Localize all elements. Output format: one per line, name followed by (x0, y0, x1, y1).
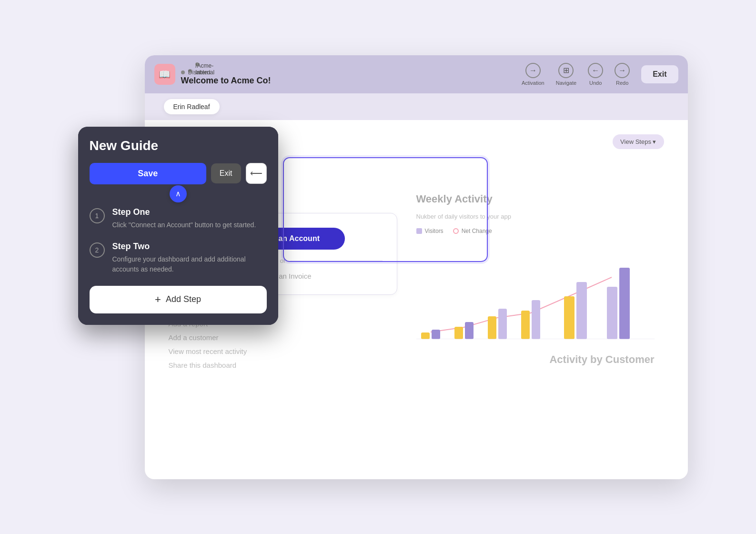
bar (564, 296, 575, 339)
net-change-legend-icon (453, 228, 459, 234)
weekly-activity-title: Weekly Activity (416, 193, 655, 205)
view-steps-button[interactable]: View Steps ▾ (613, 134, 664, 149)
bar (465, 322, 474, 339)
bar (421, 332, 430, 339)
guide-title: New Guide (90, 138, 267, 153)
toolbar-title-group: Disabled /Acme-Internal Welcome to Acme … (181, 62, 516, 86)
guide-panel: New Guide Save Exit ⟵ ∧ 1 Step One Click… (78, 127, 278, 325)
weekly-chart (416, 244, 655, 339)
app-logo: 📖 (154, 64, 175, 85)
guide-save-button[interactable]: Save (90, 163, 206, 184)
bar (576, 282, 587, 339)
step-one-content: Step One Click "Connect an Account" butt… (112, 207, 256, 230)
bar-chart-svg (416, 244, 655, 339)
step-two-content: Step Two Configure your dashboard and ad… (112, 242, 267, 274)
share-dashboard-link[interactable]: Share this dashboard (169, 361, 397, 369)
chart-legend: Visitors Net Change (416, 228, 655, 234)
step-one-number: 1 (90, 208, 105, 223)
toolbar-actions: → Activation ⊞ Navigate ← Undo → Redo Ex… (522, 63, 678, 86)
bar (454, 327, 463, 339)
user-bar: Erin Radleaf (145, 93, 688, 120)
navigate-action[interactable]: ⊞ Navigate (556, 63, 576, 86)
bar (521, 311, 530, 339)
bar (619, 268, 630, 339)
toolbar-exit-button[interactable]: Exit (641, 65, 678, 83)
chevron-up-icon[interactable]: ∧ (170, 185, 187, 202)
bar (432, 330, 440, 339)
bar (607, 287, 617, 339)
legend-net-change: Net Change (453, 228, 492, 234)
step-two-item: 2 Step Two Configure your dashboard and … (90, 242, 267, 274)
guide-header-actions: Save Exit ⟵ (90, 163, 267, 184)
step-two-number: 2 (90, 242, 105, 258)
plus-icon: + (155, 293, 161, 306)
add-customer-link[interactable]: Add a customer (169, 333, 397, 342)
guide-header: New Guide Save Exit ⟵ (78, 127, 278, 192)
bar (488, 316, 496, 339)
guide-steps: 1 Step One Click "Connect an Account" bu… (78, 202, 278, 325)
weekly-activity-section: Weekly Activity Nukber of daily visitors… (416, 193, 664, 375)
redo-action[interactable]: → Redo (615, 63, 630, 86)
view-activity-link[interactable]: View most recent activity (169, 347, 397, 355)
navigate-icon: ⊞ (558, 63, 574, 78)
undo-icon: ← (588, 63, 603, 78)
activation-icon: → (525, 63, 541, 78)
guide-exit-button[interactable]: Exit (211, 163, 241, 183)
undo-action[interactable]: ← Undo (588, 63, 603, 86)
guide-collapse-button[interactable]: ⟵ (246, 163, 267, 184)
step-one-item: 1 Step One Click "Connect an Account" bu… (90, 207, 267, 230)
step-one-title: Step One (112, 207, 256, 217)
collapse-icon: ⟵ (250, 168, 262, 179)
activation-action[interactable]: → Activation (522, 63, 544, 86)
toolbar-welcome: Welcome to Acme Co! (181, 76, 516, 86)
toolbar: 📖 Disabled /Acme-Internal Welcome to Acm… (145, 55, 688, 93)
legend-visitors: Visitors (416, 228, 444, 234)
redo-icon: → (615, 63, 630, 78)
bar (532, 300, 540, 339)
visitors-legend-icon (416, 228, 422, 234)
collapse-handle[interactable]: ∧ (78, 185, 278, 202)
step-two-desc: Configure your dashboard and add additio… (112, 254, 267, 274)
toolbar-status: Disabled /Acme-Internal (181, 62, 516, 76)
add-step-label: Add Step (166, 294, 201, 304)
step-one-desc: Click "Connect an Account" button to get… (112, 220, 256, 230)
activity-customer-title: Activity by Customer (416, 353, 655, 366)
bar (498, 309, 507, 339)
activity-subtitle: Nukber of daily visitors to your app (416, 213, 655, 220)
step-two-title: Step Two (112, 242, 267, 252)
add-step-button[interactable]: + Add Step (90, 286, 267, 313)
user-pill[interactable]: Erin Radleaf (164, 99, 220, 114)
